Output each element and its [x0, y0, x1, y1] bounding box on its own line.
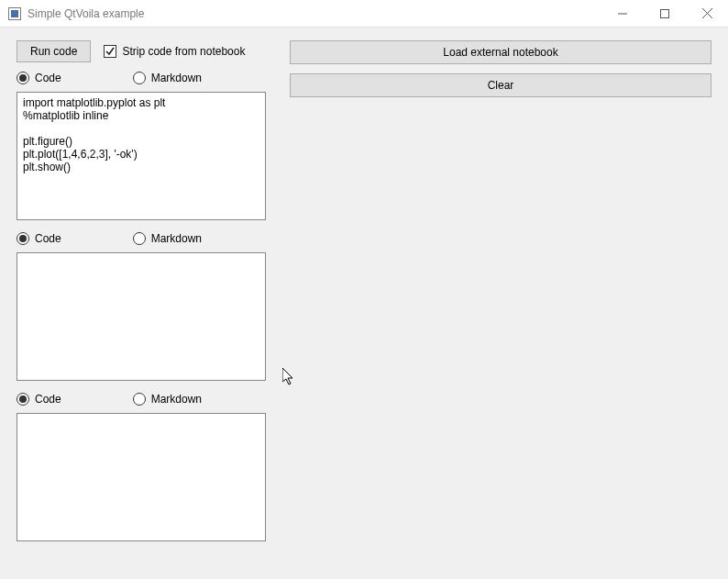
- radio-code-1[interactable]: Code: [17, 72, 61, 84]
- clear-button[interactable]: Clear: [290, 73, 711, 97]
- close-button[interactable]: [686, 0, 728, 27]
- radio-code-label: Code: [35, 393, 61, 406]
- strip-code-label: Strip code from notebook: [122, 45, 245, 58]
- check-icon: [104, 45, 116, 58]
- load-notebook-button[interactable]: Load external notebook: [290, 40, 711, 64]
- svg-rect-1: [11, 10, 18, 17]
- cell-input-1[interactable]: [17, 92, 266, 220]
- cell-input-3[interactable]: [17, 413, 266, 541]
- run-code-button[interactable]: Run code: [17, 40, 91, 62]
- radio-code-label: Code: [35, 232, 61, 245]
- radio-code-label: Code: [35, 72, 61, 84]
- radio-markdown-1[interactable]: Markdown: [133, 72, 202, 84]
- radio-icon: [133, 72, 146, 84]
- svg-rect-3: [661, 9, 669, 17]
- window-title: Simple QtVoila example: [28, 7, 144, 20]
- maximize-button[interactable]: [644, 0, 686, 27]
- radio-code-2[interactable]: Code: [17, 232, 61, 245]
- strip-code-checkbox[interactable]: Strip code from notebook: [104, 45, 245, 58]
- title-bar: Simple QtVoila example: [0, 0, 728, 28]
- app-icon: [7, 6, 22, 21]
- radio-icon: [17, 232, 29, 245]
- radio-icon: [133, 232, 146, 245]
- window-controls: [601, 0, 728, 27]
- radio-markdown-2[interactable]: Markdown: [133, 232, 202, 245]
- radio-markdown-label: Markdown: [151, 393, 202, 406]
- radio-icon: [17, 393, 29, 406]
- radio-markdown-label: Markdown: [151, 72, 202, 84]
- cell-input-2[interactable]: [17, 252, 266, 381]
- minimize-button[interactable]: [601, 0, 644, 27]
- radio-markdown-label: Markdown: [151, 232, 202, 245]
- radio-code-3[interactable]: Code: [17, 393, 61, 406]
- radio-markdown-3[interactable]: Markdown: [133, 393, 202, 406]
- radio-icon: [133, 393, 146, 406]
- radio-icon: [17, 72, 29, 84]
